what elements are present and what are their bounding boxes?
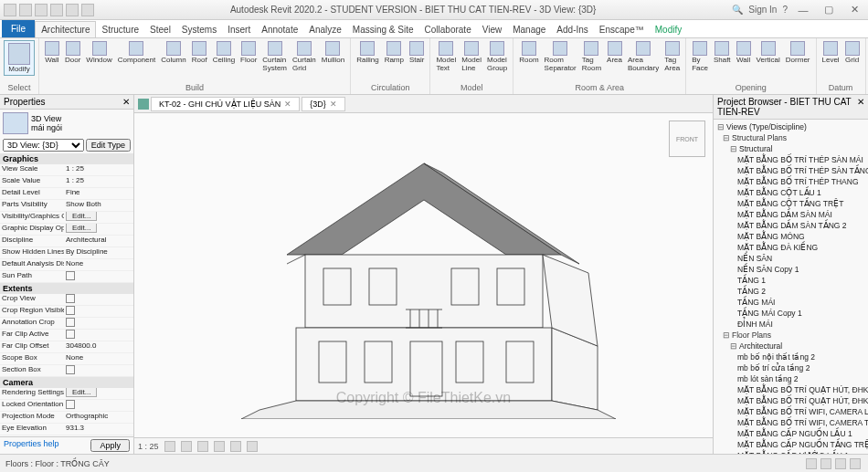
ribbon-tab-view[interactable]: View	[477, 22, 508, 37]
edit-button[interactable]: Edit...	[66, 224, 97, 233]
tree-view-item[interactable]: TẦNG MÁI	[715, 297, 866, 308]
prop-row[interactable]: Locked Orientation	[0, 400, 133, 412]
checkbox[interactable]	[66, 306, 75, 315]
tree-view-item[interactable]: MẶT BẰNG BỐ TRÍ THÉP THANG	[715, 176, 866, 187]
tree-subcategory[interactable]: ⊟Architectural	[715, 341, 866, 351]
prop-row[interactable]: Section Box	[0, 365, 133, 377]
prop-value[interactable]: 304800.0	[64, 341, 133, 352]
tree-view-item[interactable]: MẶT BẰNG CẤP NƯỚC LẦU 1	[715, 450, 866, 454]
prop-row[interactable]: Scale Value1 : 25	[0, 176, 133, 188]
prop-row[interactable]: Crop View	[0, 294, 133, 306]
type-selector[interactable]: 3D View mái ngói	[0, 110, 133, 137]
tool-area[interactable]: Area	[605, 40, 624, 65]
tree-view-item[interactable]: MẶT BẰNG DẦM SÀN TẦNG 2	[715, 220, 866, 231]
close-icon[interactable]: ✕	[122, 97, 130, 107]
tool-room-separator[interactable]: Room Separator	[543, 40, 578, 73]
help-icon[interactable]: ?	[782, 5, 788, 15]
prop-value[interactable]: None	[64, 259, 133, 270]
prop-row[interactable]: Graphic Display OptionsEdit...	[0, 224, 133, 236]
ribbon-tab-steel[interactable]: Steel	[144, 22, 176, 37]
tool-roof[interactable]: Roof	[190, 40, 209, 65]
apply-button[interactable]: Apply	[90, 439, 130, 452]
checkbox[interactable]	[66, 330, 75, 339]
tree-view-item[interactable]: TẦNG 2	[715, 286, 866, 297]
canvas-3d-view[interactable]: FRONT	[134, 113, 713, 437]
tree-view-item[interactable]: mb bố nội thất tầng 2	[715, 351, 866, 362]
tool-ceiling[interactable]: Ceiling	[211, 40, 237, 65]
visual-style-icon[interactable]	[181, 441, 192, 452]
view-cube[interactable]: FRONT	[669, 121, 705, 157]
prop-row[interactable]: Crop Region Visible	[0, 306, 133, 318]
drag-icon[interactable]	[850, 458, 861, 469]
crop-icon[interactable]	[230, 441, 241, 452]
prop-row[interactable]: Scope BoxNone	[0, 353, 133, 365]
tree-view-item[interactable]: TẦNG MÁI Copy 1	[715, 308, 866, 319]
prop-value[interactable]: Edit...	[64, 224, 133, 235]
qat-revit-icon[interactable]	[4, 4, 16, 16]
ribbon-tab-enscape-[interactable]: Enscape™	[594, 22, 650, 37]
ribbon-tab-structure[interactable]: Structure	[96, 22, 144, 37]
qat-print-icon[interactable]	[81, 4, 94, 16]
sun-path-icon[interactable]	[197, 441, 208, 452]
prop-row[interactable]: Parts VisibilityShow Both	[0, 200, 133, 212]
qat-undo-icon[interactable]	[50, 4, 63, 16]
prop-value[interactable]: 1 : 25	[64, 176, 133, 187]
ribbon-tab-add-ins[interactable]: Add-Ins	[551, 22, 593, 37]
tool-door[interactable]: Door	[63, 40, 82, 65]
ribbon-tab-file[interactable]: File	[2, 20, 35, 37]
ribbon-tab-annotate[interactable]: Annotate	[256, 22, 303, 37]
tool-railing[interactable]: Railing	[355, 40, 380, 65]
tool-wall[interactable]: Wall	[43, 40, 61, 65]
tree-view-item[interactable]: MẶT BẰNG CỘT LẦU 1	[715, 187, 866, 198]
prop-row[interactable]: Projection ModeOrthographic	[0, 412, 133, 424]
tree-view-item[interactable]: MẶT BẰNG ĐÀ KIỀNG	[715, 242, 866, 253]
tool-model-line[interactable]: Model Line	[460, 40, 483, 73]
properties-help-link[interactable]: Properties help	[4, 439, 59, 452]
prop-row[interactable]: DisciplineArchitectural	[0, 236, 133, 247]
shadows-icon[interactable]	[214, 441, 225, 452]
prop-value[interactable]	[64, 318, 133, 329]
checkbox[interactable]	[66, 271, 75, 280]
edit-button[interactable]: Edit...	[66, 388, 97, 397]
prop-value[interactable]: 1 : 25	[64, 164, 133, 175]
prop-row[interactable]: Far Clip Active	[0, 330, 133, 341]
prop-value[interactable]: Edit...	[64, 212, 133, 223]
prop-value[interactable]	[64, 294, 133, 305]
prop-row[interactable]: Far Clip Offset304800.0	[0, 341, 133, 353]
instance-selector[interactable]: 3D View: {3D}	[3, 139, 84, 152]
tool-area-boundary[interactable]: Area Boundary	[626, 40, 661, 73]
tool-curtain-grid[interactable]: Curtain Grid	[291, 40, 318, 73]
prop-value[interactable]	[64, 400, 133, 411]
prop-row[interactable]: View Scale1 : 25	[0, 164, 133, 176]
tool-component[interactable]: Component	[116, 40, 157, 65]
tree-view-item[interactable]: MẶT BẰNG CẤP NGUỒN LẦU 1	[715, 428, 866, 439]
qat-redo-icon[interactable]	[66, 4, 79, 16]
prop-row[interactable]: Rendering SettingsEdit...	[0, 388, 133, 400]
checkbox[interactable]	[66, 294, 75, 303]
tool-dormer[interactable]: Dormer	[784, 40, 812, 65]
checkbox[interactable]	[66, 400, 75, 409]
tool-mullion[interactable]: Mullion	[320, 40, 346, 65]
prop-value[interactable]: By Discipline	[64, 247, 133, 258]
close-icon[interactable]: ✕	[857, 97, 864, 117]
maximize-button[interactable]: ▢	[819, 3, 839, 17]
tree-view-item[interactable]: MẶT BẰNG MÓNG	[715, 231, 866, 242]
view-tab[interactable]: {3D}✕	[302, 97, 345, 111]
edit-type-button[interactable]: Edit Type	[86, 139, 131, 152]
tree-view-item[interactable]: MẶT BẰNG CỘT TẦNG TRỆT	[715, 198, 866, 209]
tree-view-item[interactable]: TẦNG 1	[715, 275, 866, 286]
checkbox[interactable]	[66, 318, 75, 327]
prop-value[interactable]: Fine	[64, 188, 133, 199]
close-tab-icon[interactable]: ✕	[284, 100, 291, 109]
tree-category[interactable]: ⊟Structural Plans	[715, 132, 866, 143]
tree-view-item[interactable]: ĐỈNH MÁI	[715, 319, 866, 330]
tree-view-item[interactable]: NỀN SÂN Copy 1	[715, 264, 866, 275]
tree-view-item[interactable]: MẶT BẰNG DẦM SÀN MÁI	[715, 209, 866, 220]
prop-value[interactable]	[64, 365, 133, 376]
prop-row[interactable]: Eye Elevation931.3	[0, 424, 133, 435]
prop-value[interactable]	[64, 271, 133, 282]
prop-row[interactable]: Visibility/Graphics Over...Edit...	[0, 212, 133, 224]
prop-row[interactable]: Annotation Crop	[0, 318, 133, 330]
tool-model-text[interactable]: Model Text	[434, 40, 458, 73]
sign-in-link[interactable]: Sign In	[748, 5, 777, 15]
